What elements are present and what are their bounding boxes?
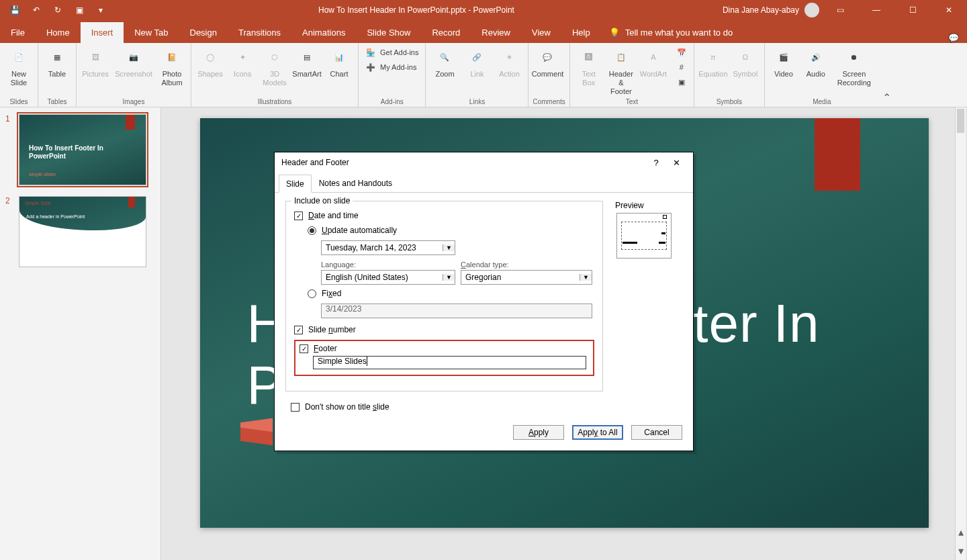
action-button[interactable]: ✴Action (494, 46, 524, 79)
thumb-2-title: Simple Slide (25, 201, 51, 205)
screen-recording-button[interactable]: ⏺Screen Recording (833, 46, 875, 87)
zoom-label: Zoom (435, 70, 454, 79)
minimize-icon[interactable]: — (861, 0, 892, 20)
user-avatar-icon[interactable] (804, 3, 819, 17)
date-time-small-button[interactable]: 📅 (674, 46, 690, 59)
tab-help[interactable]: Help (561, 22, 601, 43)
comment-button[interactable]: 💬Comment (533, 46, 562, 79)
chevron-down-icon[interactable]: ▼ (443, 244, 455, 251)
table-button[interactable]: ▦Table (42, 46, 72, 79)
date-format-combo[interactable]: Tuesday, March 14, 2023 ▼ (321, 240, 455, 255)
slide-ribbon-graphic (815, 118, 860, 191)
3d-models-button[interactable]: ⬡3D Models (260, 46, 289, 87)
link-button[interactable]: 🔗Link (462, 46, 492, 79)
header-footer-label: Header & Footer (608, 70, 635, 97)
icons-button[interactable]: ✦Icons (228, 46, 257, 79)
share-icon[interactable]: 💬 (940, 33, 967, 43)
chart-button[interactable]: 📊Chart (324, 46, 354, 79)
photo-album-label: Photo Album (161, 70, 182, 87)
zoom-button[interactable]: 🔍Zoom (430, 46, 459, 79)
dialog-help-icon[interactable]: ? (646, 158, 666, 168)
dialog-tab-notes[interactable]: Notes and Handouts (312, 174, 400, 192)
dialog-title-text: Header and Footer (281, 158, 349, 167)
ribbon-insert: 📄New Slide Slides ▦Table Tables 🖼Picture… (0, 43, 967, 107)
thumb-2-number: 2 (5, 196, 13, 267)
vertical-scrollbar[interactable]: ▴ ▾ (955, 107, 966, 560)
undo-icon[interactable]: ↶ (27, 1, 46, 19)
symbol-button[interactable]: ΩSymbol (731, 46, 760, 79)
date-time-checkbox[interactable] (294, 212, 303, 220)
tab-file[interactable]: File (0, 22, 36, 43)
collapse-ribbon-icon[interactable]: ⌃ (879, 43, 895, 107)
maximize-icon[interactable]: ☐ (897, 0, 928, 20)
tab-animations[interactable]: Animations (291, 22, 356, 43)
slide-number-small-button[interactable]: # (674, 60, 690, 74)
slide-number-checkbox[interactable] (294, 326, 303, 334)
text-box-button[interactable]: 🅰Text Box (574, 46, 604, 87)
thumb-2-text: Add a header in PowerPoint (26, 214, 85, 219)
next-slide-icon[interactable]: ▾ (956, 541, 966, 560)
footer-text-input[interactable]: Simple Slides (313, 356, 586, 369)
dialog-close-icon[interactable]: ✕ (666, 158, 686, 168)
tab-view[interactable]: View (521, 22, 561, 43)
pictures-button[interactable]: 🖼Pictures (81, 46, 110, 79)
prev-slide-icon[interactable]: ▴ (956, 522, 966, 541)
chevron-down-icon[interactable]: ▼ (580, 274, 592, 281)
update-automatically-radio[interactable] (308, 226, 316, 235)
thumbnail-2[interactable]: 2 Simple Slide Add a header in PowerPoin… (5, 196, 155, 267)
chart-icon: 📊 (328, 47, 350, 68)
header-footer-button[interactable]: 📋Header & Footer (606, 46, 636, 97)
my-addins-button[interactable]: ➕My Add-ins (363, 60, 421, 74)
ribbon-display-icon[interactable]: ▭ (825, 0, 856, 20)
tab-design[interactable]: Design (179, 22, 228, 43)
scrollbar-thumb[interactable] (957, 109, 964, 133)
tab-new-tab[interactable]: New Tab (124, 22, 179, 43)
tell-me-search[interactable]: 💡 Tell me what you want to do (601, 22, 741, 43)
photo-album-button[interactable]: 📔Photo Album (157, 46, 187, 87)
get-addins-button[interactable]: 🏪Get Add-ins (363, 46, 421, 59)
apply-button[interactable]: Apply (513, 425, 564, 440)
footer-checkbox[interactable] (300, 344, 308, 353)
calendar-combo[interactable]: Gregorian ▼ (461, 270, 592, 285)
tab-transitions[interactable]: Transitions (228, 22, 291, 43)
tab-home[interactable]: Home (36, 22, 81, 43)
equation-icon: π (702, 47, 724, 68)
wordart-button[interactable]: AWordArt (639, 46, 668, 79)
equation-button[interactable]: πEquation (698, 46, 728, 79)
start-from-beginning-icon[interactable]: ▣ (70, 1, 89, 19)
dont-show-title-checkbox[interactable] (291, 403, 300, 412)
qat-customize-icon[interactable]: ▾ (91, 1, 110, 19)
save-icon[interactable]: 💾 (5, 1, 24, 19)
thumb-2-preview: Simple Slide Add a header in PowerPoint (19, 196, 146, 267)
dialog-tab-slide[interactable]: Slide (279, 175, 312, 193)
object-small-button[interactable]: ▣ (674, 75, 690, 89)
3d-models-icon: ⬡ (264, 47, 285, 68)
icons-icon: ✦ (232, 47, 253, 68)
include-on-slide-group: Include on slide Date and time Update au… (285, 201, 603, 391)
link-icon: 🔗 (466, 47, 488, 68)
new-slide-button[interactable]: 📄New Slide (4, 46, 34, 87)
smartart-button[interactable]: ▤SmartArt (292, 46, 322, 79)
comment-label: Comment (532, 70, 564, 79)
fixed-date-input[interactable]: 3/14/2023 (321, 304, 592, 318)
thumbnail-1[interactable]: 1 How To Insert Footer In PowerPoint sim… (5, 114, 155, 185)
audio-button[interactable]: 🔊Audio (801, 46, 831, 79)
language-combo[interactable]: English (United States) ▼ (321, 270, 455, 285)
icons-label: Icons (234, 70, 251, 79)
tab-record[interactable]: Record (421, 22, 471, 43)
close-icon[interactable]: ✕ (933, 0, 964, 20)
screenshot-button[interactable]: 📷Screenshot (113, 46, 154, 79)
header-footer-dialog: Header and Footer ? ✕ Slide Notes and Ha… (274, 152, 694, 451)
tab-insert[interactable]: Insert (81, 22, 124, 43)
shapes-button[interactable]: ◯Shapes (195, 46, 225, 79)
chevron-down-icon[interactable]: ▼ (443, 274, 455, 281)
symbol-label: Symbol (733, 70, 758, 79)
video-button[interactable]: 🎬Video (769, 46, 798, 79)
tab-slide-show[interactable]: Slide Show (356, 22, 421, 43)
redo-icon[interactable]: ↻ (48, 1, 67, 19)
smartart-label: SmartArt (292, 70, 321, 79)
apply-to-all-button[interactable]: Apply to All (572, 425, 623, 440)
cancel-button[interactable]: Cancel (631, 425, 682, 440)
fixed-radio[interactable] (308, 289, 316, 298)
tab-review[interactable]: Review (471, 22, 521, 43)
